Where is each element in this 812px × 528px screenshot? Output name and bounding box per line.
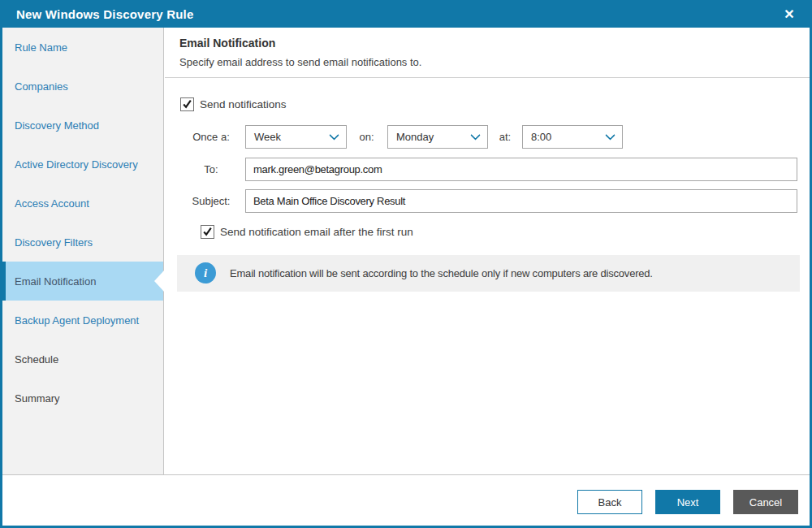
checkmark-icon — [202, 227, 213, 237]
close-icon[interactable]: ✕ — [778, 0, 801, 28]
sidebar-item-active-directory-discovery[interactable]: Active Directory Discovery — [2, 145, 163, 184]
first-run-notification-checkbox[interactable] — [201, 225, 214, 239]
next-button[interactable]: Next — [655, 490, 720, 514]
chevron-down-icon — [605, 130, 615, 141]
page-subtitle: Specify email address to send email noti… — [179, 56, 421, 68]
day-value: Monday — [396, 131, 472, 143]
sidebar-item-discovery-method[interactable]: Discovery Method — [2, 106, 163, 145]
period-value: Week — [254, 131, 330, 143]
sidebar-item-rule-name[interactable]: Rule Name — [2, 28, 163, 67]
content-header: Email Notification Specify email address… — [165, 28, 812, 78]
page-title: Email Notification — [179, 37, 275, 50]
sidebar-item-companies[interactable]: Companies — [2, 67, 163, 106]
new-windows-discovery-rule-dialog: New Windows Discovery Rule ✕ Rule Name C… — [0, 0, 812, 528]
sidebar-item-access-account[interactable]: Access Account — [2, 184, 163, 223]
active-step-indicator-bar — [2, 262, 6, 301]
titlebar: New Windows Discovery Rule ✕ — [0, 0, 812, 28]
send-notifications-checkbox[interactable] — [180, 97, 194, 111]
sidebar-item-summary: Summary — [2, 379, 163, 418]
sidebar-item-backup-agent-deployment[interactable]: Backup Agent Deployment — [2, 301, 163, 340]
period-dropdown[interactable]: Week — [245, 125, 347, 149]
sidebar-item-schedule: Schedule — [2, 340, 163, 379]
subject-input[interactable] — [245, 189, 797, 213]
info-icon: i — [195, 262, 216, 283]
chevron-down-icon — [329, 130, 339, 141]
on-label: on: — [346, 131, 387, 143]
subject-label: Subject: — [177, 195, 245, 207]
to-label: To: — [177, 163, 245, 175]
info-bar: i Email notification will be sent accord… — [177, 255, 800, 292]
day-dropdown[interactable]: Monday — [387, 125, 488, 149]
cancel-button[interactable]: Cancel — [733, 490, 798, 514]
window-title: New Windows Discovery Rule — [16, 7, 193, 21]
send-notifications-label: Send notifications — [200, 98, 287, 110]
sidebar-item-discovery-filters[interactable]: Discovery Filters — [2, 223, 163, 262]
content-panel: Email Notification Specify email address… — [165, 28, 812, 474]
time-value: 8:00 — [531, 131, 607, 143]
at-label: at: — [488, 131, 522, 143]
chevron-down-icon — [470, 130, 481, 141]
once-a-label: Once a: — [177, 131, 245, 143]
checkmark-icon — [182, 99, 192, 110]
to-input[interactable] — [245, 158, 797, 181]
wizard-steps-sidebar: Rule Name Companies Discovery Method Act… — [2, 28, 164, 474]
info-text: Email notification will be sent accordin… — [230, 267, 653, 279]
time-dropdown[interactable]: 8:00 — [522, 125, 623, 149]
active-step-notch — [154, 270, 164, 292]
footer: Back Next Cancel — [2, 474, 810, 526]
first-run-notification-label: Send notification email after the first … — [220, 226, 413, 238]
back-button[interactable]: Back — [577, 490, 642, 514]
sidebar-item-email-notification[interactable]: Email Notification — [2, 262, 163, 301]
